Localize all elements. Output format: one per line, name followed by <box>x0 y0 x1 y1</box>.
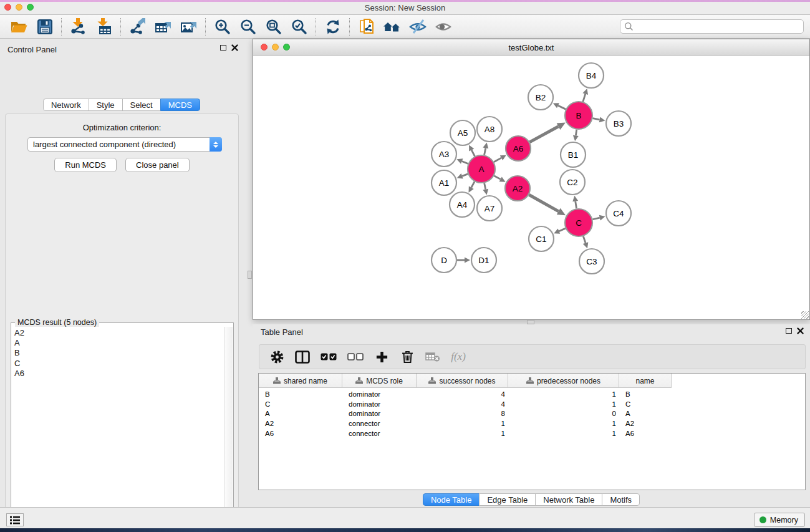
tab-motifs[interactable]: Motifs <box>602 493 640 506</box>
hide-graphics-details-icon[interactable] <box>405 17 430 37</box>
column-header-label: predecessor nodes <box>537 377 600 385</box>
graph-edge-A-A4[interactable] <box>471 181 475 188</box>
open-session-icon[interactable] <box>6 17 32 37</box>
column-header-label: name <box>635 377 654 385</box>
column-header-name[interactable]: name <box>619 374 672 388</box>
column-header-label: successor nodes <box>439 377 495 385</box>
graph-node-label-C3: C3 <box>586 257 597 266</box>
vertical-divider-handle[interactable] <box>248 271 252 279</box>
graph-edge-arrowhead <box>583 242 589 248</box>
table-settings-gear-icon[interactable] <box>269 348 284 365</box>
show-graphics-details-icon[interactable] <box>430 17 456 37</box>
toolbar-separator <box>61 18 62 36</box>
column-header-shared-name[interactable]: shared name <box>259 374 342 388</box>
graph-edge-A-A8[interactable] <box>485 148 486 155</box>
table-toolbar: f(x) <box>259 344 806 369</box>
graph-edge-arrowhead <box>483 189 488 195</box>
graph-edge-A-A5[interactable] <box>471 150 475 157</box>
table-row[interactable]: Adominator80A <box>259 409 805 418</box>
graph-edge-A-A1[interactable] <box>462 174 468 176</box>
result-list-item[interactable]: B <box>14 348 224 358</box>
tab-network-table[interactable]: Network Table <box>535 493 602 506</box>
window-resize-grip[interactable] <box>801 311 809 319</box>
tab-edge-table[interactable]: Edge Table <box>479 493 536 506</box>
graph-node-label-B4: B4 <box>586 71 597 80</box>
zoom-selected-icon[interactable] <box>286 17 312 37</box>
table-row[interactable]: A2connector11A2 <box>259 418 805 428</box>
tab-node-table[interactable]: Node Table <box>423 493 480 506</box>
graph-edge-A2-C[interactable] <box>529 195 558 211</box>
graph-edge-A6-B[interactable] <box>529 127 558 142</box>
column-header-MCDS-role[interactable]: MCDS role <box>342 374 417 388</box>
run-mcds-button[interactable]: Run MCDS <box>54 158 117 172</box>
horizontal-divider-handle[interactable] <box>527 320 534 324</box>
float-panel-icon[interactable] <box>220 45 226 51</box>
tab-network[interactable]: Network <box>43 99 89 111</box>
graph-edge-B-B2[interactable] <box>558 105 566 109</box>
graph-edge-B-B1[interactable] <box>576 130 576 136</box>
graph-edge-C-C4[interactable] <box>592 218 599 220</box>
float-table-panel-icon[interactable] <box>786 328 792 334</box>
tab-select[interactable]: Select <box>122 99 161 111</box>
search-input[interactable] <box>634 22 789 31</box>
network-canvas[interactable]: B4B2BB3A5A8A6A3B1AA1C2A2A4A7C4CC1C3DD1 <box>253 56 809 319</box>
mcds-result-title: MCDS result (5 nodes) <box>15 318 99 327</box>
tab-mcds[interactable]: MCDS <box>160 99 200 111</box>
delete-column-icon[interactable] <box>400 348 415 365</box>
zoom-fit-icon[interactable] <box>261 17 286 37</box>
export-network-icon[interactable] <box>125 17 150 37</box>
export-table-icon[interactable] <box>150 17 176 37</box>
tab-style[interactable]: Style <box>89 99 123 111</box>
graph-edge-C-C2[interactable] <box>576 201 577 209</box>
table-row[interactable]: A6connector11A6 <box>259 428 805 438</box>
graph-edge-arrowhead <box>599 215 605 221</box>
memory-button[interactable]: Memory <box>754 513 805 527</box>
save-session-icon[interactable] <box>32 17 57 37</box>
import-table-icon[interactable] <box>91 17 117 37</box>
graph-edge-B-B3[interactable] <box>593 118 600 120</box>
result-list-item[interactable]: A6 <box>14 369 224 379</box>
graph-edge-C-C1[interactable] <box>559 228 565 231</box>
table-header-row: shared nameMCDS rolesuccessor nodesprede… <box>259 374 672 388</box>
table-cell: 1 <box>508 420 619 427</box>
graph-edge-A-A3[interactable] <box>462 162 468 164</box>
table-row[interactable]: Bdominator41B <box>259 389 805 399</box>
add-column-icon[interactable] <box>374 348 389 365</box>
close-panel-icon[interactable] <box>231 44 238 51</box>
graph-edge-A-A7[interactable] <box>485 183 486 190</box>
table-body: Bdominator41BCdominator41CAdominator80AA… <box>259 389 805 438</box>
graph-edge-B-B4[interactable] <box>583 94 586 102</box>
deselect-all-checkboxes-icon[interactable] <box>347 348 364 365</box>
close-table-panel-icon[interactable] <box>797 327 804 334</box>
result-list-item[interactable]: A2 <box>14 328 224 338</box>
graph-edge-C-C3[interactable] <box>583 236 586 243</box>
table-cell: A6 <box>259 430 342 437</box>
export-image-icon[interactable] <box>176 17 201 37</box>
graph-edge-arrowhead <box>483 143 488 149</box>
graph-node-label-B1: B1 <box>568 150 579 160</box>
graph-edge-A-A2[interactable] <box>494 176 500 180</box>
delete-table-icon[interactable] <box>425 348 440 365</box>
result-list-item[interactable]: A <box>14 338 224 348</box>
zoom-in-icon[interactable] <box>210 17 235 37</box>
home-views-icon[interactable] <box>379 17 405 37</box>
network-window-titlebar[interactable]: testGlobe.txt <box>253 39 809 56</box>
zoom-out-icon[interactable] <box>235 17 261 37</box>
result-list-scrollbar[interactable] <box>224 327 233 532</box>
task-history-button[interactable] <box>6 513 24 526</box>
import-network-icon[interactable] <box>65 17 91 37</box>
close-panel-button[interactable]: Close panel <box>125 158 190 172</box>
graph-edge-A-A6[interactable] <box>494 158 501 162</box>
column-header-successor-nodes[interactable]: successor nodes <box>417 374 508 388</box>
network-graph: B4B2BB3A5A8A6A3B1AA1C2A2A4A7C4CC1C3DD1 <box>253 56 809 320</box>
column-visibility-icon[interactable] <box>295 348 310 365</box>
result-list-item[interactable]: C <box>14 359 224 369</box>
graph-node-label-C2: C2 <box>567 178 577 187</box>
criterion-dropdown[interactable]: largest connected component (directed) <box>27 137 222 152</box>
table-row[interactable]: Cdominator41C <box>259 399 805 409</box>
select-all-checkboxes-icon[interactable] <box>321 348 337 365</box>
refresh-layout-icon[interactable] <box>320 17 345 37</box>
clone-network-icon[interactable] <box>354 17 379 37</box>
column-header-predecessor-nodes[interactable]: predecessor nodes <box>508 374 619 388</box>
function-builder-icon[interactable]: f(x) <box>451 348 466 365</box>
